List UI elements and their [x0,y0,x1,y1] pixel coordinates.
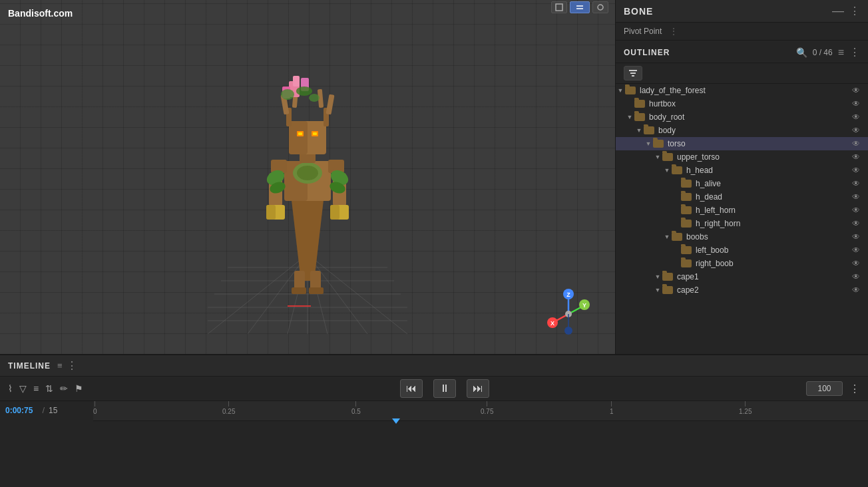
tree-item-body[interactable]: body 👁 [616,124,868,137]
visibility-icon[interactable]: 👁 [852,206,863,215]
pivot-point-dots: ⋮ [670,27,678,36]
timeline-ruler-area[interactable]: 00.250.50.7511.251.5 [93,401,868,487]
tree-item-hurtbox[interactable]: hurtbox 👁 [616,97,868,110]
panel-minimize-btn[interactable]: — [832,4,844,18]
pause-btn[interactable]: ⏸ [433,379,456,398]
timeline-more-btn[interactable]: ⋮ [849,383,860,395]
viewport-gizmo[interactable]: Z X Y [542,287,595,341]
folder-icon [644,126,654,134]
viewport-btn-2[interactable] [570,1,590,13]
visibility-icon[interactable]: 👁 [852,166,863,175]
tree-item-h_alive[interactable]: h_alive 👁 [616,177,868,190]
visibility-icon[interactable]: 👁 [852,219,863,228]
tl-curve-icon[interactable]: ⌇ [8,383,13,394]
visibility-icon[interactable]: 👁 [852,179,863,188]
outliner-menu-btn[interactable] [849,46,860,59]
tree-item-right_boob[interactable]: right_boob 👁 [616,257,868,270]
watermark: Bandisoft.com [8,8,73,19]
panel-menu-btn[interactable] [849,5,860,17]
outliner-filter-btn[interactable] [624,66,642,81]
tree-item-lady_of_the_forest[interactable]: lady_of_the_forest 👁 [616,84,868,97]
svg-rect-25 [266,205,276,220]
svg-point-70 [598,5,603,10]
visibility-icon[interactable]: 👁 [852,86,863,95]
tree-item-upper_torso[interactable]: upper_torso 👁 [616,150,868,164]
tree-item-torso[interactable]: torso 👁 [616,137,868,150]
viewport-btn-3[interactable] [592,1,608,13]
visibility-icon[interactable]: 👁 [852,126,863,135]
tree-item-label: left_boob [696,245,852,255]
outliner-tree[interactable]: lady_of_the_forest 👁 hurtbox 👁 body_root… [616,84,868,354]
tree-item-h_dead[interactable]: h_dead 👁 [616,190,868,204]
tree-item-boobs[interactable]: boobs 👁 [616,230,868,244]
visibility-icon[interactable]: 👁 [852,245,863,255]
ruler-mark: 0.25 [222,401,235,415]
ruler-mark: 0.5 [351,401,361,415]
pivot-point-row: Pivot Point ⋮ [616,23,868,41]
rewind-btn[interactable]: ⏮ [400,379,423,398]
visibility-icon[interactable]: 👁 [852,232,863,242]
visibility-icon[interactable]: 👁 [852,152,863,162]
timeline-menu-btn[interactable] [67,359,77,372]
svg-rect-73 [632,75,634,77]
tree-item-label: h_right_horn [696,219,852,228]
tl-sort2-icon[interactable]: ⇅ [45,383,53,394]
svg-rect-67 [556,4,562,11]
visibility-icon[interactable]: 👁 [852,99,863,108]
tree-item-cape1[interactable]: cape1 👁 [616,270,868,283]
tree-item-h_left_horn[interactable]: h_left_horn 👁 [616,204,868,217]
timeline-header: TIMELINE ≡ [0,355,868,377]
ruler-mark: 1.25 [739,401,752,415]
timeline-ruler: 00.250.50.7511.251.5 [93,401,868,421]
svg-rect-38 [326,94,334,115]
frame-number-input[interactable]: 100 [806,381,843,396]
outliner-search-icon[interactable]: 🔍 [796,47,807,58]
visibility-icon[interactable]: 👁 [852,112,863,122]
visibility-icon[interactable]: 👁 [852,139,863,148]
tree-arrow [672,245,681,255]
folder-icon [634,113,645,121]
total-frames: 15 [49,406,57,415]
current-time: 0:00:75 [5,406,33,415]
svg-text:X: X [550,320,554,327]
outliner-settings-icon[interactable]: ≡ [838,47,844,59]
tl-flag-icon[interactable]: ⚑ [75,383,83,394]
tree-item-h_right_horn[interactable]: h_right_horn 👁 [616,217,868,230]
tree-item-body_root[interactable]: body_root 👁 [616,110,868,124]
tree-item-left_boob[interactable]: left_boob 👁 [616,244,868,257]
tree-arrow [672,219,681,228]
viewport[interactable]: Bandisoft.com [0,0,615,354]
svg-point-45 [296,86,312,96]
svg-rect-72 [630,73,636,74]
folder-icon [653,140,664,148]
tree-item-h_head[interactable]: h_head 👁 [616,164,868,177]
tree-arrow [634,126,644,135]
visibility-icon[interactable]: 👁 [852,259,863,268]
forward-btn[interactable]: ⏭ [467,379,489,398]
svg-rect-71 [629,70,637,71]
svg-point-66 [564,327,572,335]
right-panel: BONE — Pivot Point ⋮ OUTLINER 🔍 0 / 46 ≡ [615,0,868,354]
folder-icon [662,153,673,161]
tree-item-label: boobs [686,232,852,242]
tl-edit-icon[interactable]: ✏ [60,383,68,394]
visibility-icon[interactable]: 👁 [852,192,863,202]
tree-item-label: lady_of_the_forest [640,86,852,95]
tree-arrow [672,192,681,202]
tl-sort-icon[interactable]: ≡ [33,383,39,394]
tree-item-cape2[interactable]: cape2 👁 [616,283,868,297]
visibility-icon[interactable]: 👁 [852,272,863,281]
folder-icon [672,233,682,241]
outliner-toolbar [616,63,868,84]
folder-icon [625,86,636,94]
ruler-mark: 1 [610,401,614,415]
outliner-count: 0 / 46 [813,48,833,57]
visibility-icon[interactable]: 👁 [852,285,863,295]
viewport-btn-1[interactable] [551,1,567,13]
svg-point-46 [309,94,320,102]
tl-filter-icon[interactable]: ▽ [19,383,27,394]
tree-item-label: hurtbox [649,99,852,108]
tree-arrow [644,139,653,148]
timeline-settings-icon[interactable]: ≡ [57,361,63,371]
timeline-title: TIMELINE [8,361,51,371]
